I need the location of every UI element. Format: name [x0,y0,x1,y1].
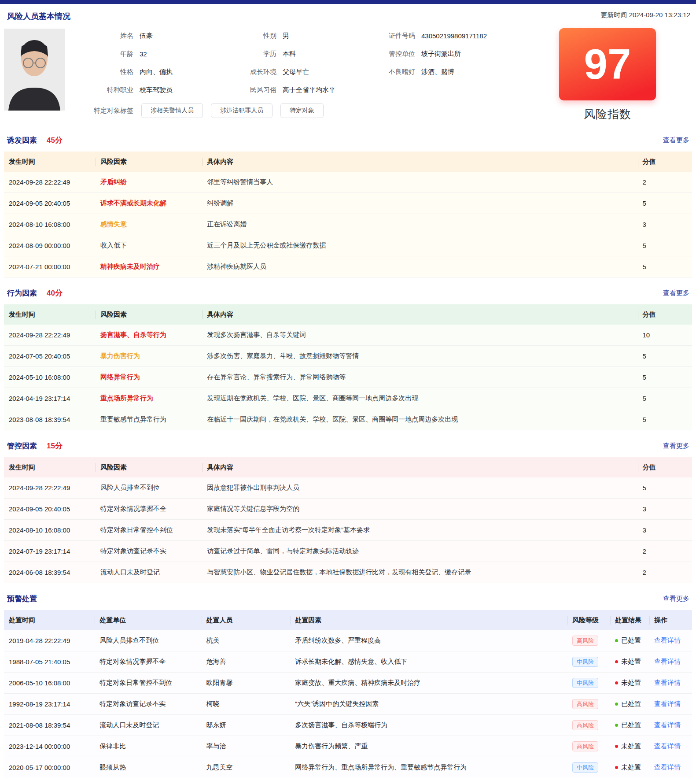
cell-disposal-time: 2019-04-28 22:22:49 [4,637,95,644]
cell-disposal-factor: 多次扬言滋事、自杀等极端行为 [290,721,567,729]
factor-section: 诱发因素 45分 查看更多 发生时间风险因素具体内容分值 2024-09-28 … [7,135,690,277]
cell-occur-time: 2024-07-05 20:40:05 [4,352,96,360]
cell-disposal-person: 杭美 [202,636,291,645]
profile-field-label: 特种职业 [81,86,133,94]
table-row: 2024-08-09 00:00:00 收入低下 近三个月及以上无公积金或社保缴… [4,235,692,256]
view-detail-link[interactable]: 查看详情 [654,700,681,707]
cell-disposal-person: 危海善 [202,658,291,666]
result-text: 未处置 [621,658,641,666]
view-more-link[interactable]: 查看更多 [663,136,689,144]
profile-section: 姓名 伍豪 性别 男 证件号码 430502199809171182 年龄 32… [7,27,690,125]
profile-field: 证件号码 430502199809171182 [385,32,545,40]
cell-score: 2 [638,178,692,186]
cell-detail-content: 近三个月及以上无公积金或社保缴存数据 [202,241,637,250]
factor-section: 管控因素 15分 查看更多 发生时间风险因素具体内容分值 2024-09-28 … [7,441,690,583]
cell-action: 查看详情 [649,658,692,666]
cell-risk-level: 中风险 [567,762,610,773]
column-header: 处置时间 [4,616,95,625]
column-header: 处置单位 [95,616,201,625]
profile-field-label: 不良嗜好 [385,68,415,76]
tags-label: 特定对象标签 [81,107,133,115]
risk-level-badge: 中风险 [572,678,598,688]
table-row: 2024-08-10 16:08:00 感情失意 正在诉讼离婚 3 [4,214,692,235]
column-header: 处置因素 [290,616,567,625]
cell-detail-content: 正在诉讼离婚 [202,220,637,229]
view-detail-link[interactable]: 查看详情 [654,763,681,771]
table-row: 2024-04-19 23:17:14 重点场所异常行为 发现近期在党政机关、学… [4,388,692,409]
factor-section-title: 管控因素 [7,441,37,451]
profile-field-label: 管控单位 [385,50,415,58]
view-detail-link[interactable]: 查看详情 [654,721,681,729]
cell-risk-factor: 网络异常行为 [96,373,202,381]
profile-field-label: 年龄 [81,50,133,58]
table-row: 1992-08-19 23:17:14 特定对象访查记录不实 柯晓 “六失”诱因… [4,694,692,715]
cell-score: 5 [638,374,692,381]
table-row: 2021-08-08 18:39:54 流动人口未及时登记 邸东妍 多次扬言滋事… [4,715,692,736]
cell-risk-factor: 风险人员排查不到位 [96,484,202,492]
column-header: 风险因素 [96,463,202,472]
status-dot [615,639,618,642]
cell-score: 3 [638,221,692,228]
view-more-link[interactable]: 查看更多 [663,442,689,450]
risk-index-label: 风险指数 [559,107,656,122]
cell-risk-factor: 诉求不满或长期未化解 [96,199,202,207]
column-header: 发生时间 [4,158,96,166]
view-detail-link[interactable]: 查看详情 [654,742,681,750]
profile-field-value: 32 [140,50,147,58]
profile-field-row: 年龄 32 学历 本科 管控单位 坡子街派出所 [81,45,545,63]
page-title: 风险人员基本情况 [7,11,70,22]
cell-disposal-result: 未处置 [610,742,649,751]
cell-score: 2 [638,569,692,576]
disposal-view-more-link[interactable]: 查看更多 [663,595,689,603]
view-more-link[interactable]: 查看更多 [663,289,689,297]
cell-risk-factor: 暴力伤害行为 [96,352,202,360]
cell-score: 5 [638,395,692,402]
profile-field: 特种职业 校车驾驶员 [81,86,238,94]
cell-disposal-result: 已处置 [610,700,649,708]
disposal-table-header: 处置时间处置单位处置人员处置因素风险等级处置结果操作 [4,610,692,630]
result-text: 已处置 [621,636,641,645]
table-row: 2006-05-10 16:08:00 特定对象日常管控不到位 欧阳青馨 家庭变… [4,673,692,694]
cell-score: 5 [638,484,692,492]
table-row: 2020-05-17 00:00:00 眼须从热 九思美空 网络异常行为、重点场… [4,757,692,778]
result-text: 已处置 [621,721,641,729]
profile-field-value: 坡子街派出所 [421,50,461,58]
disposal-section-head: 预警处置 查看更多 [7,594,689,604]
view-detail-link[interactable]: 查看详情 [654,679,681,686]
cell-disposal-result: 已处置 [610,721,649,729]
column-header: 分值 [638,158,692,166]
factor-table-body: 2024-09-28 22:22:49 扬言滋事、自杀等行为 发现多次扬言滋事、… [4,325,692,430]
view-detail-link[interactable]: 查看详情 [654,636,681,644]
risk-level-badge: 高风险 [572,741,598,751]
cell-score: 2 [638,547,692,555]
profile-field-value: 高于全省平均水平 [283,86,335,94]
cell-disposal-factor: 家庭变故、重大疾病、精神疾病未及时治疗 [290,679,567,687]
cell-disposal-person: 欧阳青馨 [202,679,291,687]
profile-field-value: 内向、偏执 [140,68,173,76]
table-row: 2024-06-08 18:39:54 流动人口未及时登记 与智慧安防小区、物业… [4,562,692,583]
cell-detail-content: 涉多次伤害、家庭暴力、斗殴、故意损毁财物等警情 [202,352,637,360]
profile-field: 管控单位 坡子街派出所 [385,50,545,58]
factor-table-header: 发生时间风险因素具体内容分值 [4,457,692,477]
cell-detail-content: 发现多次扬言滋事、自杀等关键词 [202,331,637,339]
profile-field: 学历 本科 [238,50,385,58]
status-dot [615,703,618,706]
cell-occur-time: 2024-09-28 22:22:49 [4,331,96,339]
profile-field: 年龄 32 [81,50,238,58]
cell-detail-content: 访查记录过于简单、雷同，与特定对象实际活动轨迹 [202,547,637,555]
view-detail-link[interactable]: 查看详情 [654,658,681,665]
cell-detail-content: 在临近十一国庆期间，在党政机关、学校、医院、景区、商圈等同一地点周边多次出现 [202,415,637,424]
column-header: 处置结果 [610,616,649,625]
table-row: 2024-09-05 20:40:05 特定对象情况掌握不全 家庭情况等关键信息… [4,499,692,520]
column-header: 分值 [638,463,692,472]
profile-field: 民风习俗 高于全省平均水平 [238,86,385,94]
factor-table-body: 2024-09-28 22:22:49 矛盾纠纷 邻里等纠纷警情当事人 2 20… [4,172,692,277]
cell-detail-content: 邻里等纠纷警情当事人 [202,178,637,186]
factor-section-head: 管控因素 15分 查看更多 [7,441,689,451]
factor-sections: 诱发因素 45分 查看更多 发生时间风险因素具体内容分值 2024-09-28 … [7,135,690,583]
risk-index: 97 风险指数 [559,28,656,122]
person-photo-illustration [4,29,65,111]
status-dot [615,681,618,684]
cell-disposal-time: 2006-05-10 16:08:00 [4,679,95,687]
result-text: 未处置 [621,679,641,687]
